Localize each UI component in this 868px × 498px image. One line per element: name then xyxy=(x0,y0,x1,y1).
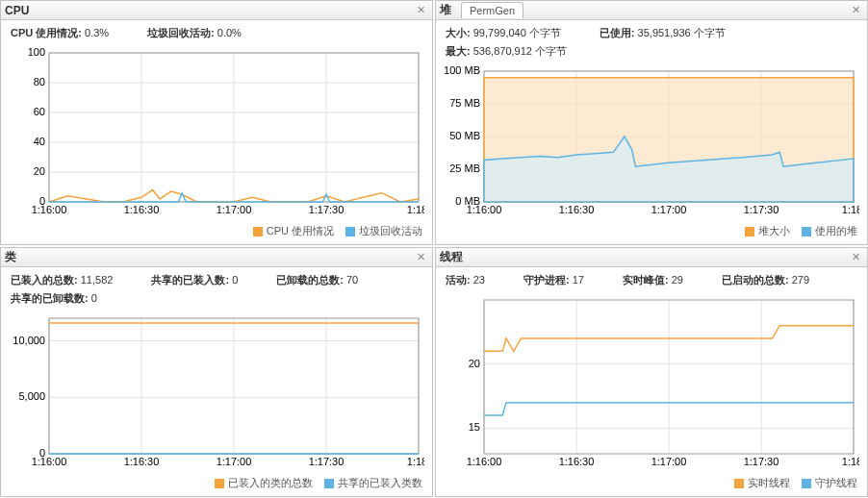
cpu-stats: CPU 使用情况: 0.3% 垃圾回收活动: 0.0% xyxy=(1,20,432,42)
svg-text:1:17:00: 1:17:00 xyxy=(217,456,252,467)
gc-label: 垃圾回收活动: xyxy=(147,27,215,38)
svg-text:1:16:30: 1:16:30 xyxy=(559,204,595,215)
legend-swatch-icon xyxy=(345,227,355,237)
svg-text:60: 60 xyxy=(34,106,45,117)
permgen-tab[interactable]: PermGen xyxy=(461,2,523,18)
classes-titlebar: 类 ✕ xyxy=(1,248,432,267)
svg-text:1:18:: 1:18: xyxy=(842,456,859,467)
cpu-usage-label: CPU 使用情况: xyxy=(11,27,82,38)
cpu-usage-value: 0.3% xyxy=(85,27,109,38)
unloaded-label: 已卸载的总数: xyxy=(276,274,344,286)
svg-text:1:17:30: 1:17:30 xyxy=(744,456,779,467)
legend-swatch-icon xyxy=(745,227,754,237)
legend-swatch-icon xyxy=(324,479,334,488)
heap-max-value: 536,870,912 个字节 xyxy=(473,45,567,57)
close-icon[interactable]: ✕ xyxy=(848,250,863,265)
cpu-titlebar: CPU ✕ xyxy=(1,1,432,20)
svg-text:1:17:00: 1:17:00 xyxy=(217,204,252,215)
cpu-title: CPU xyxy=(5,4,29,17)
cpu-legend: CPU 使用情况 垃圾回收活动 xyxy=(1,222,432,244)
heap-stats: 大小: 99,799,040 个字节 已使用: 35,951,936 个字节 最… xyxy=(436,20,867,61)
svg-text:1:18:: 1:18: xyxy=(842,204,859,215)
heap-title: 堆 xyxy=(440,2,451,18)
threads-chart: 15201:16:001:16:301:17:001:17:301:18: xyxy=(444,293,859,472)
svg-text:1:17:30: 1:17:30 xyxy=(744,204,779,215)
svg-text:1:16:30: 1:16:30 xyxy=(124,204,160,215)
shared-loaded-label: 共享的已装入数: xyxy=(151,274,229,286)
svg-text:1:17:30: 1:17:30 xyxy=(309,204,345,215)
classes-panel: 类 ✕ 已装入的总数: 11,582 共享的已装入数: 0 已卸载的总数: 70… xyxy=(0,247,433,497)
svg-text:1:18:: 1:18: xyxy=(407,456,424,467)
svg-text:1:16:00: 1:16:00 xyxy=(32,456,67,467)
peak-value: 29 xyxy=(672,274,683,286)
close-icon[interactable]: ✕ xyxy=(413,3,428,18)
legend-swatch-icon xyxy=(802,479,811,488)
shared-unloaded-label: 共享的已卸载数: xyxy=(11,292,89,304)
live-label: 活动: xyxy=(446,274,471,286)
svg-text:100: 100 xyxy=(28,46,45,58)
svg-text:20: 20 xyxy=(469,358,480,369)
svg-text:75 MB: 75 MB xyxy=(449,97,480,109)
svg-text:5,000: 5,000 xyxy=(18,390,45,402)
svg-text:1:16:00: 1:16:00 xyxy=(467,456,502,467)
live-value: 23 xyxy=(473,274,485,286)
close-icon[interactable]: ✕ xyxy=(413,250,428,265)
loaded-label: 已装入的总数: xyxy=(11,274,78,286)
svg-text:1:17:00: 1:17:00 xyxy=(651,204,687,215)
svg-text:20: 20 xyxy=(34,165,45,177)
heap-size-value: 99,799,040 个字节 xyxy=(473,27,561,38)
started-value: 279 xyxy=(792,274,809,286)
classes-chart: 05,00010,0001:16:001:16:301:17:001:17:30… xyxy=(9,311,424,472)
svg-text:100 MB: 100 MB xyxy=(444,64,480,76)
legend-swatch-icon xyxy=(253,227,263,237)
svg-text:1:18:: 1:18: xyxy=(407,204,424,215)
svg-text:15: 15 xyxy=(469,421,480,433)
close-icon[interactable]: ✕ xyxy=(848,3,863,18)
legend-swatch-icon xyxy=(802,227,811,237)
threads-titlebar: 线程 ✕ xyxy=(436,248,867,267)
heap-used-label: 已使用: xyxy=(600,27,635,38)
threads-legend: 实时线程 守护线程 xyxy=(436,474,867,496)
started-label: 已启动的总数: xyxy=(722,274,789,286)
svg-text:1:17:30: 1:17:30 xyxy=(309,456,345,467)
heap-max-label: 最大: xyxy=(446,45,471,57)
svg-text:25 MB: 25 MB xyxy=(449,162,480,174)
unloaded-value: 70 xyxy=(346,274,358,286)
legend-swatch-icon xyxy=(734,479,744,488)
svg-text:40: 40 xyxy=(34,136,45,147)
svg-text:1:16:00: 1:16:00 xyxy=(32,204,67,215)
cpu-panel: CPU ✕ CPU 使用情况: 0.3% 垃圾回收活动: 0.0% 020406… xyxy=(0,0,433,245)
daemon-value: 17 xyxy=(573,274,584,286)
svg-text:1:17:00: 1:17:00 xyxy=(651,456,687,467)
svg-text:1:16:30: 1:16:30 xyxy=(559,456,595,467)
daemon-label: 守护进程: xyxy=(523,274,570,286)
heap-panel: 堆 PermGen ✕ 大小: 99,799,040 个字节 已使用: 35,9… xyxy=(435,0,868,245)
heap-used-value: 35,951,936 个字节 xyxy=(638,27,726,38)
svg-text:1:16:00: 1:16:00 xyxy=(467,204,502,215)
heap-chart: 0 MB25 MB50 MB75 MB100 MB1:16:001:16:301… xyxy=(444,64,859,220)
legend-swatch-icon xyxy=(215,479,224,488)
classes-legend: 已装入的类的总数 共享的已装入类数 xyxy=(1,474,432,496)
classes-title: 类 xyxy=(5,249,16,265)
peak-label: 实时峰值: xyxy=(623,274,669,286)
svg-text:80: 80 xyxy=(34,76,45,87)
shared-unloaded-value: 0 xyxy=(91,292,97,304)
classes-stats: 已装入的总数: 11,582 共享的已装入数: 0 已卸载的总数: 70 共享的… xyxy=(1,267,432,308)
heap-legend: 堆大小 使用的堆 xyxy=(436,222,867,244)
svg-text:10,000: 10,000 xyxy=(13,335,45,346)
heap-titlebar: 堆 PermGen ✕ xyxy=(436,1,867,20)
threads-panel: 线程 ✕ 活动: 23 守护进程: 17 实时峰值: 29 已启动的总数: 27… xyxy=(435,247,868,497)
svg-text:50 MB: 50 MB xyxy=(449,130,480,141)
gc-value: 0.0% xyxy=(217,27,242,38)
heap-size-label: 大小: xyxy=(446,27,471,38)
svg-text:1:16:30: 1:16:30 xyxy=(124,456,160,467)
shared-loaded-value: 0 xyxy=(232,274,238,286)
threads-stats: 活动: 23 守护进程: 17 实时峰值: 29 已启动的总数: 279 xyxy=(436,267,867,289)
threads-title: 线程 xyxy=(440,249,463,265)
loaded-value: 11,582 xyxy=(81,274,114,286)
cpu-chart: 0204060801001:16:001:16:301:17:001:17:30… xyxy=(9,46,424,220)
